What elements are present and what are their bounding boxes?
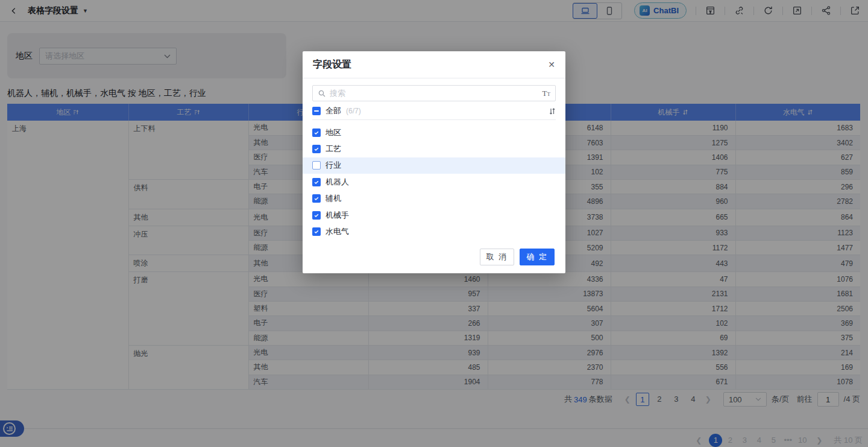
sort-fields-button[interactable]: [549, 107, 556, 115]
modal-title: 字段设置: [313, 59, 351, 71]
field-item[interactable]: 机械手: [303, 207, 565, 223]
select-all-label: 全部: [326, 106, 341, 116]
search-placeholder: 搜索: [330, 88, 539, 99]
field-item[interactable]: 水电气: [303, 223, 565, 239]
field-label: 行业: [326, 160, 341, 171]
field-label: 机械手: [326, 210, 349, 221]
checkbox-unchecked[interactable]: [312, 161, 321, 170]
select-all-count: (6/7): [346, 107, 361, 115]
search-icon: [318, 89, 326, 98]
modal-header: 字段设置 ✕: [303, 51, 565, 78]
match-text-icon[interactable]: TT: [542, 89, 550, 97]
field-label: 辅机: [326, 193, 341, 204]
check-icon: [313, 212, 319, 218]
app-window: 表格字段设置 ▼ AI ChatBI: [0, 0, 868, 447]
modal-footer: 取 消 确 定: [303, 240, 565, 265]
field-label: 工艺: [326, 144, 341, 154]
confirm-button[interactable]: 确 定: [520, 249, 555, 265]
field-item[interactable]: 行业: [303, 157, 565, 174]
checkbox-checked[interactable]: [312, 128, 321, 137]
check-icon: [313, 130, 319, 136]
cancel-button[interactable]: 取 消: [480, 249, 515, 265]
field-label: 地区: [326, 127, 341, 138]
checkbox-checked[interactable]: [312, 178, 321, 186]
sort-updown-icon: [549, 107, 556, 115]
field-label: 机器人: [326, 177, 349, 188]
check-icon: [313, 146, 319, 152]
select-all-checkbox-indeterminate[interactable]: [312, 107, 321, 115]
check-icon: [313, 179, 319, 185]
checkbox-checked[interactable]: [312, 211, 321, 220]
close-icon[interactable]: ✕: [548, 60, 555, 69]
checkbox-checked[interactable]: [312, 145, 321, 153]
field-settings-modal: 字段设置 ✕ 搜索 TT 全部 (6/7) 地区工艺行业机器人辅机机械手水电气 …: [303, 51, 565, 273]
check-icon: [313, 229, 319, 235]
check-icon: [313, 195, 319, 201]
select-all-row[interactable]: 全部 (6/7): [312, 103, 556, 120]
field-list: 地区工艺行业机器人辅机机械手水电气: [303, 124, 565, 240]
checkbox-checked[interactable]: [312, 227, 321, 236]
field-item[interactable]: 地区: [303, 124, 565, 141]
field-label: 水电气: [326, 226, 349, 237]
field-item[interactable]: 机器人: [303, 174, 565, 190]
checkbox-checked[interactable]: [312, 194, 321, 203]
field-item[interactable]: 辅机: [303, 191, 565, 207]
field-item[interactable]: 工艺: [303, 141, 565, 157]
field-search-input[interactable]: 搜索 TT: [312, 85, 556, 101]
